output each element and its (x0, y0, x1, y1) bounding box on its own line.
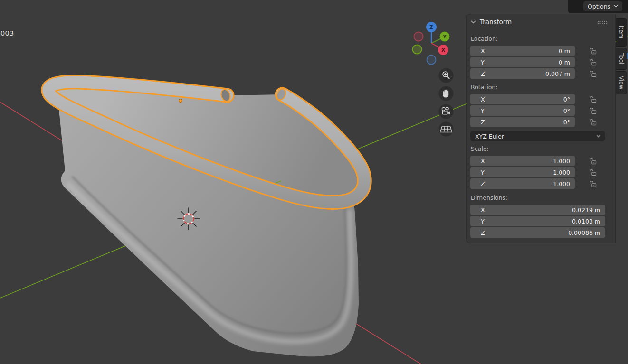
scale-z-unlock-icon[interactable] (589, 180, 597, 187)
location-z-unlock-icon[interactable] (589, 70, 597, 77)
gizmo-z-label: Z (429, 25, 433, 30)
options-button[interactable]: Options (583, 1, 622, 11)
rotation-x-field[interactable]: X 0° (470, 94, 575, 104)
chevron-down-icon (614, 5, 618, 8)
tab-view[interactable]: View (616, 71, 627, 94)
tab-item[interactable]: Item (616, 18, 627, 47)
gizmo-neg-x-ball[interactable] (414, 32, 423, 41)
location-label: Location: (471, 35, 498, 42)
rotation-x-unlock-icon[interactable] (589, 96, 597, 103)
dimensions-label: Dimensions: (471, 194, 507, 201)
zoom-button[interactable] (439, 68, 454, 83)
scale-y-field[interactable]: Y 1.000 (470, 167, 575, 177)
rotation-y-field[interactable]: Y 0° (470, 105, 575, 116)
viewport-nav-buttons (439, 68, 454, 137)
panel-title: Transform (480, 18, 512, 26)
dimensions-y-field[interactable]: Y 0.0103 m (470, 216, 605, 226)
location-z-field[interactable]: Z 0.007 m (470, 68, 575, 79)
gizmo-y-label: Y (442, 34, 447, 39)
ortho-button[interactable] (439, 122, 454, 137)
camera-button[interactable] (439, 104, 454, 119)
location-x-field[interactable]: X 0 m (470, 46, 575, 56)
gizmo-neg-z-ball[interactable] (427, 56, 436, 65)
rotation-y-unlock-icon[interactable] (589, 107, 597, 114)
object-name-overlay: .003 (0, 29, 14, 37)
rotation-mode-dropdown[interactable]: XYZ Euler (470, 131, 605, 141)
selected-mesh-object[interactable] (48, 82, 364, 357)
gizmo-neg-y-ball[interactable] (413, 45, 422, 54)
scale-z-field[interactable]: Z 1.000 (470, 178, 575, 189)
scale-x-field[interactable]: X 1.000 (470, 156, 575, 166)
dimensions-z-field[interactable]: Z 0.00086 m (470, 227, 605, 238)
rotation-z-unlock-icon[interactable] (589, 119, 597, 126)
location-x-unlock-icon[interactable] (589, 47, 597, 55)
scale-label: Scale: (471, 145, 489, 152)
viewport-header: Options (568, 0, 628, 13)
options-label: Options (588, 3, 610, 10)
gizmo-x-label: X (441, 47, 445, 53)
panel-drag-handle-icon[interactable] (597, 20, 608, 24)
object-origin-dot (179, 99, 182, 103)
dimensions-x-field[interactable]: X 0.0219 m (470, 205, 605, 215)
navigation-gizmo[interactable]: Z Y X (413, 22, 450, 65)
tab-tool[interactable]: Tool (616, 48, 627, 70)
collapse-chevron-icon (471, 20, 476, 24)
location-y-field[interactable]: Y 0 m (470, 57, 575, 67)
rotation-z-field[interactable]: Z 0° (470, 117, 575, 127)
panel-header[interactable]: Transform (471, 18, 512, 26)
location-y-unlock-icon[interactable] (589, 59, 597, 66)
scale-y-unlock-icon[interactable] (589, 169, 597, 176)
rotation-label: Rotation: (471, 84, 498, 91)
transform-panel: Transform Location: X 0 m Y 0 m (467, 14, 615, 243)
scale-x-unlock-icon[interactable] (589, 158, 597, 165)
chevron-down-icon (596, 135, 601, 138)
pan-button[interactable] (439, 86, 454, 101)
